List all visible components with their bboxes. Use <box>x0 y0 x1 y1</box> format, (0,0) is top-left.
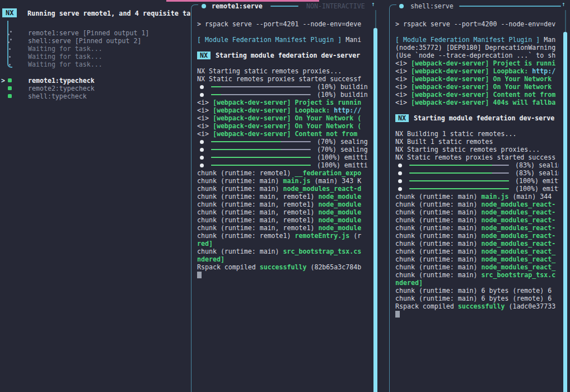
terminal-line: chunk (runtime: main) node_modules_react… <box>395 224 559 232</box>
terminal-text-segment: [webpack-dev-server] Content not from <box>213 130 357 138</box>
terminal-line: Rspack compiled successfully (82b65a3c78… <box>197 263 370 271</box>
terminal-line <box>395 28 559 36</box>
terminal-text-segment: <i> <box>197 99 213 106</box>
terminal-line: (100%) emitt <box>395 177 559 185</box>
terminal-text-segment: chunk (runtime: main) <box>395 263 482 271</box>
scroll-up-arrow[interactable]: ↑ <box>371 1 375 8</box>
terminal-line: NX Starting static remotes proxies... <box>395 146 559 153</box>
terminal-text-segment: (main) 343 K <box>310 177 361 185</box>
terminal-line: <i> [webpack-dev-server] Content not fro… <box>395 91 559 99</box>
terminal-line: chunk (runtime: main) main.js (main) 343… <box>197 177 370 185</box>
terminal-line: chunk (runtime: main) src_bootstrap_tsx.… <box>395 271 559 279</box>
task-item[interactable]: remote2:typecheck <box>0 85 191 92</box>
terminal-line: [ Module Federation Manifest Plugin ] Ma… <box>197 36 370 44</box>
progress-bar <box>211 149 311 150</box>
terminal-text-segment: node_modules_react- <box>482 216 556 224</box>
terminal-text-segment: chunk (runtime: main) <box>395 248 482 255</box>
task-label: remote1:typecheck <box>28 77 95 85</box>
terminal-text-segment: <i> <box>395 59 411 67</box>
terminal-text-segment: [webpack-dev-server] On Your Network ( <box>213 114 361 122</box>
terminal-output-shell-serve: > rspack serve --port=4200 --node-env=de… <box>395 20 559 318</box>
terminal-text-segment: node_module <box>318 200 361 208</box>
header-rule <box>459 6 561 7</box>
scroll-up-arrow[interactable]: ↑ <box>562 1 566 8</box>
terminal-line: chunk (runtime: remote1) __federation_ex… <box>197 169 370 177</box>
terminal-text-segment: chunk (runtime: main) <box>197 185 283 193</box>
terminal-line: (10%) buildin <box>197 91 370 99</box>
terminal-line: (100%) emitti <box>197 161 370 169</box>
task-label: shell:serve [Pinned output 2] <box>28 37 141 45</box>
terminal-text-segment: http:// <box>334 106 361 114</box>
terminal-text-segment: Mani <box>342 36 361 44</box>
terminal-text-segment: chunk (runtime: main) <box>395 240 482 248</box>
task-item[interactable]: >remote1:typecheck <box>0 77 191 85</box>
progress-bar <box>409 172 509 174</box>
terminal-line: <i> [webpack-dev-server] Project is runn… <box>197 99 370 106</box>
task-item[interactable]: Waiting for task... <box>0 53 191 60</box>
terminal-line: chunk (runtime: main) node_modules_react… <box>395 208 559 216</box>
terminal-text-segment: node_module <box>318 224 361 232</box>
task-item[interactable]: shell:typecheck <box>0 92 191 100</box>
terminal-line: NX Starting static remotes proxies... <box>197 67 370 75</box>
terminal-text-segment: chunk (runtime: main, remote1) <box>197 200 318 208</box>
task-label: Waiting for task... <box>28 60 102 68</box>
progress-label: (100%) emitti <box>317 153 368 161</box>
progress-bar-fill <box>211 165 311 166</box>
terminal-text-segment: chunk (runtime: main) <box>395 216 482 224</box>
terminal-text-segment: chunk (runtime: main, remote1) <box>197 193 318 200</box>
scrollbar-thumb[interactable] <box>563 32 567 392</box>
terminal-text-segment: <i> <box>197 122 213 130</box>
terminal-line: chunk (runtime: main) node_modules_react… <box>395 200 559 208</box>
progress-bar <box>211 94 311 95</box>
terminal-line: chunk (runtime: main, remote1) node_modu… <box>197 193 370 200</box>
progress-label: (100%) emitti <box>317 161 368 169</box>
task-item[interactable]: Waiting for task... <box>0 45 191 53</box>
terminal-line: chunk (runtime: main, remote1) node_modu… <box>197 224 370 232</box>
terminal-text-segment: (Use `node --trace-deprecation ...` to s… <box>395 52 555 59</box>
progress-bar-fill <box>211 149 281 150</box>
terminal-line: chunk (runtime: main) main.js (main) 344 <box>395 193 559 200</box>
terminal-line: red] <box>197 240 370 248</box>
terminal-text-segment: Rspack compiled <box>197 263 260 271</box>
terminal-line: NXStarting module federation dev-server <box>197 52 370 59</box>
terminal-line: (83%) sealin <box>395 161 559 169</box>
terminal-text-segment: Man <box>540 36 555 44</box>
progress-bullet-icon <box>398 164 402 167</box>
terminal-text-segment: [webpack-dev-server] Content not from <box>411 91 555 99</box>
terminal-line: <i> [webpack-dev-server] Content not fro… <box>197 130 370 138</box>
terminal-line: <i> [webpack-dev-server] On Your Network… <box>197 114 370 122</box>
progress-label: (100%) emitt <box>515 177 559 185</box>
progress-bar <box>409 188 509 189</box>
terminal-line <box>197 44 370 52</box>
terminal-line: (100%) emitt <box>395 185 559 193</box>
terminal-text-segment: chunk (runtime: main) <box>197 248 283 255</box>
pane-title-remote1-serve: remote1:serve <box>212 2 263 10</box>
terminal-line: <i> [webpack-dev-server] On Your Network… <box>197 122 370 130</box>
terminal-output-remote1-serve: > rspack serve --port=4201 --node-env=de… <box>197 20 370 279</box>
terminal-text-segment: chunk (runtime: main) <box>395 200 482 208</box>
terminal-line: (Use `node --trace-deprecation ...` to s… <box>395 52 559 59</box>
terminal-line: chunk (runtime: main) node_modules_react… <box>395 216 559 224</box>
running-indicator-icon <box>399 4 404 8</box>
terminal-line: chunk (runtime: main, remote1) node_modu… <box>197 208 370 216</box>
terminal-line: Rspack compiled successfully (1adc0e3773… <box>395 302 559 310</box>
task-item[interactable]: remote1:serve [Pinned output 1] <box>0 29 191 37</box>
nx-tui-screen: NX Running serve remote1, and 4 requisit… <box>0 0 570 392</box>
terminal-line: chunk (runtime: main) node_modules_react… <box>395 240 559 248</box>
terminal-text-segment: chunk (runtime: main) <box>395 193 482 200</box>
terminal-line: (100%) emitti <box>197 153 370 161</box>
progress-bar <box>409 180 509 181</box>
task-item[interactable]: Waiting for task... <box>0 60 191 68</box>
terminal-text-segment: <i> <box>197 114 213 122</box>
terminal-text-segment: chunk (runtime: main) <box>395 208 482 216</box>
progress-bullet-icon <box>398 179 402 183</box>
terminal-text-segment: (node:35772) [DEP0180] DeprecationWarnin… <box>395 44 555 52</box>
terminal-text-segment: <i> <box>395 83 411 91</box>
progress-bar <box>409 165 509 166</box>
terminal-text-segment: chunk (runtime: main) 6 bytes (remote) 6 <box>395 287 552 295</box>
nx-badge: NX <box>197 52 211 59</box>
terminal-text-segment: node_modules_react_ <box>482 263 556 271</box>
scrollbar-thumb[interactable] <box>373 28 377 392</box>
task-item[interactable]: shell:serve [Pinned output 2] <box>0 37 191 45</box>
terminal-line: NXStarting module federation dev-serve <box>395 114 559 122</box>
